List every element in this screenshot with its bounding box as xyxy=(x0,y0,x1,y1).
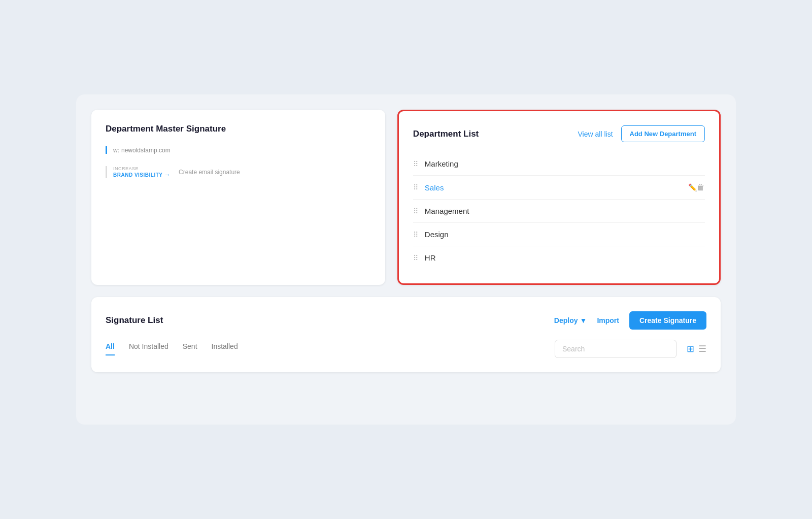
department-list: ⠿ Marketing ⠿ Sales ✏️ 🗑 ⠿ Management xyxy=(413,152,705,269)
banner-arrow: → xyxy=(164,171,171,178)
create-signature-button[interactable]: Create Signature xyxy=(629,311,706,330)
drag-handle-icon[interactable]: ⠿ xyxy=(413,231,418,239)
department-header: Department List View all list Add New De… xyxy=(413,125,705,142)
list-item: ⠿ HR xyxy=(413,246,705,269)
top-row: Department Master Signature w:newoldstam… xyxy=(91,110,721,285)
drag-handle-icon[interactable]: ⠿ xyxy=(413,207,418,215)
signature-card-title: Department Master Signature xyxy=(106,124,371,134)
grid-view-icon[interactable]: ⊞ xyxy=(687,343,694,354)
list-item: ⠿ Management xyxy=(413,200,705,223)
delete-icon[interactable]: 🗑 xyxy=(697,183,705,192)
edit-icon[interactable]: ✏️ xyxy=(688,183,697,191)
tab-all[interactable]: All xyxy=(106,342,115,355)
list-view-icon[interactable]: ☰ xyxy=(698,343,706,354)
signature-master-card: Department Master Signature w:newoldstam… xyxy=(91,110,385,285)
signature-preview: w:newoldstamp.com xyxy=(106,146,371,154)
add-department-button[interactable]: Add New Department xyxy=(621,125,705,142)
department-name-active: Sales xyxy=(425,183,683,192)
tabs-row: All Not Installed Sent Installed ⊞ ☰ xyxy=(106,340,706,358)
signature-list-card: Signature List Deploy ▼ Import Create Si… xyxy=(91,297,721,372)
department-name: Management xyxy=(425,207,705,215)
drag-handle-icon[interactable]: ⠿ xyxy=(413,254,418,262)
tabs-left: All Not Installed Sent Installed xyxy=(106,342,555,355)
department-name: HR xyxy=(425,253,705,262)
view-all-link[interactable]: View all list xyxy=(578,130,613,138)
tab-installed[interactable]: Installed xyxy=(212,342,238,355)
view-toggle: ⊞ ☰ xyxy=(687,343,706,354)
import-button[interactable]: Import xyxy=(597,316,619,325)
tab-sent[interactable]: Sent xyxy=(183,342,197,355)
department-name: Design xyxy=(425,230,705,239)
deploy-button[interactable]: Deploy ▼ xyxy=(554,316,587,325)
drag-handle-icon[interactable]: ⠿ xyxy=(413,183,418,191)
main-container: Department Master Signature w:newoldstam… xyxy=(76,94,736,425)
website-label: w: xyxy=(113,147,119,154)
list-item: ⠿ Design xyxy=(413,223,705,246)
department-list-card: Department List View all list Add New De… xyxy=(397,110,721,285)
chevron-down-icon: ▼ xyxy=(580,316,587,325)
department-name: Marketing xyxy=(425,159,705,168)
tab-not-installed[interactable]: Not Installed xyxy=(129,342,168,355)
list-item: ⠿ Sales ✏️ 🗑 xyxy=(413,176,705,200)
signature-banner: INCREASE BRAND VISIBILITY → Create email… xyxy=(106,166,371,178)
drag-handle-icon[interactable]: ⠿ xyxy=(413,160,418,168)
website-value: newoldstamp.com xyxy=(121,147,171,154)
list-item: ⠿ Marketing xyxy=(413,152,705,176)
banner-increase-label: INCREASE xyxy=(113,166,171,171)
department-list-title: Department List xyxy=(413,129,570,139)
signature-list-title: Signature List xyxy=(106,315,554,326)
banner-cta: Create email signature xyxy=(179,169,240,176)
website-field: w:newoldstamp.com xyxy=(113,146,371,154)
banner-brand-label: BRAND VISIBILITY → xyxy=(113,171,171,178)
search-wrapper xyxy=(555,340,676,358)
banner-text: INCREASE BRAND VISIBILITY → xyxy=(113,166,171,178)
search-input[interactable] xyxy=(555,340,676,358)
signature-list-header: Signature List Deploy ▼ Import Create Si… xyxy=(106,311,706,330)
